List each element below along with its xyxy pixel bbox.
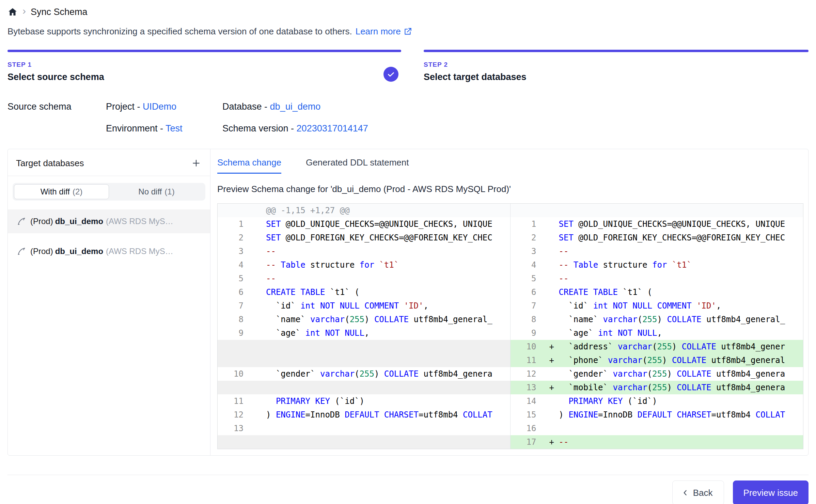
code-line: `name` varchar(255) COLLATE utf8mb4_gene… <box>266 313 510 326</box>
steps: STEP 1 Select source schema STEP 2 Selec… <box>7 50 809 83</box>
diff-marker <box>252 367 266 381</box>
diff-marker <box>252 217 266 231</box>
step-2-title: Select target databases <box>424 70 809 83</box>
code-line: CREATE TABLE `t1` ( <box>559 285 803 299</box>
source-schema-version-field: Schema version - 20230317014147 <box>222 122 368 135</box>
db-environment: (Prod) <box>30 247 53 256</box>
diff-marker <box>252 313 266 326</box>
preview-issue-button[interactable]: Preview issue <box>733 481 809 504</box>
diff-row: 8 `name` varchar(255) COLLATE utf8mb4_ge… <box>218 313 803 326</box>
target-db-list: (Prod) db_ui_demo (AWS RDS MyS… (Prod) d… <box>8 209 210 263</box>
code-line: @@ -1,15 +1,27 @@ <box>266 204 510 217</box>
code-line <box>559 204 803 217</box>
target-db-row[interactable]: (Prod) db_ui_demo (AWS RDS MyS… <box>8 239 210 263</box>
diff-row: 1316 <box>218 422 803 435</box>
external-link-icon <box>404 27 412 36</box>
line-number: 10 <box>218 367 252 381</box>
code-line: `address` varchar(255) COLLATE utf8mb4_g… <box>559 340 803 353</box>
code-line: `age` int NOT NULL, <box>559 326 803 340</box>
breadcrumb: › Sync Schema <box>7 5 809 18</box>
diff-marker <box>545 217 559 231</box>
diff-marker <box>545 326 559 340</box>
line-number: 16 <box>511 422 545 435</box>
diff-filter-tabs: With diff (2) No diff (1) <box>13 183 205 201</box>
schema-version-link[interactable]: 20230317014147 <box>297 123 368 133</box>
line-number: 4 <box>218 258 252 272</box>
diff-marker <box>252 299 266 313</box>
code-line: `mobile` varchar(255) COLLATE utf8mb4_ge… <box>559 381 803 394</box>
line-number: 8 <box>511 313 545 326</box>
diff-marker: + <box>545 435 559 449</box>
line-number: 15 <box>511 408 545 422</box>
project-link[interactable]: UIDemo <box>143 101 176 112</box>
diff-marker <box>545 285 559 299</box>
breadcrumb-chevron-icon: › <box>22 6 26 16</box>
tab-no-diff[interactable]: No diff (1) <box>109 184 204 199</box>
diff-marker <box>252 272 266 285</box>
line-number: 17 <box>511 435 545 449</box>
line-number: 13 <box>511 381 545 394</box>
line-number <box>218 204 252 217</box>
code-line: `age` int NOT NULL, <box>266 326 510 340</box>
source-schema-label: Source schema <box>7 100 106 113</box>
diff-row: 13+ `mobile` varchar(255) COLLATE utf8mb… <box>218 381 803 394</box>
chevron-left-icon <box>681 488 690 497</box>
tab-schema-change[interactable]: Schema change <box>217 157 281 174</box>
code-line: -- <box>559 435 803 449</box>
code-line: CREATE TABLE `t1` ( <box>266 285 510 299</box>
diff-editor[interactable]: @@ -1,15 +1,27 @@1SET @OLD_UNIQUE_CHECKS… <box>217 203 803 449</box>
code-line: SET @OLD_UNIQUE_CHECKS=@@UNIQUE_CHECKS, … <box>266 217 510 231</box>
diff-marker <box>545 394 559 408</box>
source-project-field: Project - UIDemo <box>106 100 222 113</box>
line-number: 7 <box>218 299 252 313</box>
add-target-database-button[interactable] <box>189 156 203 170</box>
code-line: ) ENGINE=InnoDB DEFAULT CHARSET=utf8mb4 … <box>266 408 510 422</box>
code-line: -- Table structure for `t1` <box>559 258 803 272</box>
diff-marker: + <box>545 381 559 394</box>
target-db-row[interactable]: (Prod) db_ui_demo (AWS RDS MyS… <box>8 209 210 233</box>
back-button[interactable]: Back <box>672 481 724 504</box>
line-number: 1 <box>511 217 545 231</box>
diff-marker <box>252 326 266 340</box>
db-instance-suffix: (AWS RDS MyS… <box>106 247 173 256</box>
code-line: -- <box>266 245 510 258</box>
db-name: db_ui_demo <box>55 247 103 256</box>
line-number: 5 <box>218 272 252 285</box>
target-databases-panel: Target databases With diff (2) No diff (… <box>8 149 210 455</box>
environment-link[interactable]: Test <box>166 123 183 133</box>
tab-generated-ddl[interactable]: Generated DDL statement <box>306 157 409 174</box>
target-databases-title: Target databases <box>16 158 84 169</box>
code-line <box>266 422 510 435</box>
line-number: 11 <box>218 394 252 408</box>
diff-row: 17+-- <box>218 435 803 449</box>
diff-marker <box>545 231 559 245</box>
code-line: `name` varchar(255) COLLATE utf8mb4_gene… <box>559 313 803 326</box>
line-number: 1 <box>218 217 252 231</box>
line-number: 6 <box>218 285 252 299</box>
home-icon[interactable] <box>7 7 18 17</box>
page-description: Bytebase supports synchronizing a specif… <box>7 25 809 37</box>
database-link[interactable]: db_ui_demo <box>270 101 321 112</box>
with-diff-count: (2) <box>73 187 82 196</box>
footer-actions: Back Preview issue <box>7 481 809 504</box>
sync-schema-page: › Sync Schema Bytebase supports synchron… <box>0 5 816 504</box>
line-number: 10 <box>511 340 545 353</box>
step-2-label: STEP 2 <box>424 61 809 68</box>
code-line: -- <box>559 272 803 285</box>
diff-hunk-header: @@ -1,15 +1,27 @@ <box>218 204 803 217</box>
diff-marker <box>545 204 559 217</box>
step-1-title: Select source schema <box>7 70 401 83</box>
code-line <box>559 422 803 435</box>
diff-marker <box>545 313 559 326</box>
tab-with-diff[interactable]: With diff (2) <box>14 184 109 199</box>
line-number: 12 <box>511 367 545 381</box>
step-1-label: STEP 1 <box>7 61 401 68</box>
db-name: db_ui_demo <box>55 217 103 226</box>
mysql-engine-icon <box>17 247 26 256</box>
line-number: 6 <box>511 285 545 299</box>
learn-more-link[interactable]: Learn more <box>356 25 412 37</box>
diff-marker <box>252 231 266 245</box>
diff-row: 10+ `address` varchar(255) COLLATE utf8m… <box>218 340 803 353</box>
code-line: PRIMARY KEY (`id`) <box>559 394 803 408</box>
diff-row: 11 PRIMARY KEY (`id`)14 PRIMARY KEY (`id… <box>218 394 803 408</box>
